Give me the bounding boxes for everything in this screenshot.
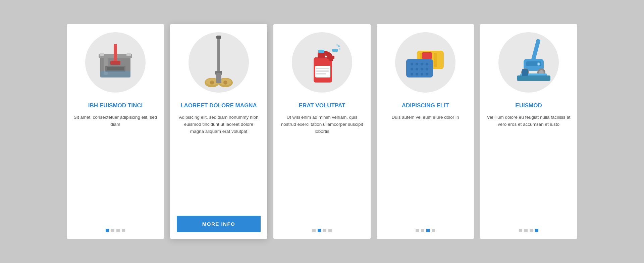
svg-point-18 xyxy=(210,81,214,85)
card-2-desc: Adipiscing elit, sed diam nonummy nibh e… xyxy=(177,114,261,206)
card-3-dots xyxy=(312,229,332,232)
svg-point-42 xyxy=(426,63,428,65)
svg-rect-26 xyxy=(327,56,334,59)
card-5-title: EUISMOD xyxy=(515,102,542,109)
card-1-desc: Sit amet, consectetuer adipiscing elit, … xyxy=(73,114,157,219)
card-4-dots xyxy=(416,229,435,232)
card-4-title: ADIPISCING ELIT xyxy=(402,102,449,109)
card-5-dots xyxy=(519,229,538,232)
svg-point-30 xyxy=(336,44,338,46)
dot xyxy=(519,229,522,232)
svg-point-41 xyxy=(421,63,423,65)
svg-rect-51 xyxy=(531,39,541,63)
svg-point-48 xyxy=(416,73,418,75)
svg-rect-5 xyxy=(114,44,117,62)
dot xyxy=(416,229,419,232)
dot-active xyxy=(318,229,321,232)
svg-point-62 xyxy=(538,63,540,65)
dot xyxy=(116,229,120,232)
svg-rect-27 xyxy=(332,49,338,52)
svg-point-45 xyxy=(421,68,423,70)
dot xyxy=(524,229,528,232)
svg-rect-24 xyxy=(316,73,326,74)
dot xyxy=(122,229,125,232)
dot xyxy=(421,229,424,232)
more-info-button[interactable]: MORE INFO xyxy=(177,216,261,232)
dot xyxy=(328,229,332,232)
bucket-icon xyxy=(94,44,137,81)
svg-rect-38 xyxy=(406,59,433,77)
svg-point-28 xyxy=(338,45,340,47)
svg-rect-2 xyxy=(100,53,104,56)
spray-icon xyxy=(304,39,340,86)
svg-point-19 xyxy=(223,81,227,85)
card-2-icon-circle xyxy=(189,32,249,93)
card-1-icon-circle xyxy=(85,32,146,93)
dot-active xyxy=(535,229,538,232)
card-3-title: ERAT VOLUTPAT xyxy=(299,102,345,109)
svg-point-29 xyxy=(339,48,340,50)
card-4-icon-circle xyxy=(395,32,455,93)
cards-container: IBH EUISMOD TINCI Sit amet, consectetuer… xyxy=(57,14,587,249)
card-4: ADIPISCING ELIT Duis autem vel eum iriur… xyxy=(377,24,474,239)
svg-rect-11 xyxy=(216,36,221,39)
dot-active xyxy=(106,229,109,232)
svg-rect-8 xyxy=(107,67,124,70)
svg-point-49 xyxy=(421,73,423,75)
svg-rect-36 xyxy=(434,53,437,67)
card-3-desc: Ut wisi enim ad minim veniam, quis nostr… xyxy=(280,114,364,219)
svg-rect-23 xyxy=(316,70,329,72)
svg-rect-60 xyxy=(522,69,528,76)
dot xyxy=(111,229,114,232)
card-5-icon-circle xyxy=(498,32,559,93)
card-3: ERAT VOLUTPAT Ut wisi enim ad minim veni… xyxy=(273,24,371,239)
svg-rect-17 xyxy=(216,73,221,83)
svg-point-46 xyxy=(426,68,428,70)
svg-point-39 xyxy=(411,63,413,65)
card-5: EUISMOD Vel illum dolore eu feugiat null… xyxy=(480,24,577,239)
svg-rect-37 xyxy=(422,52,432,59)
mop-icon xyxy=(202,36,235,89)
svg-point-43 xyxy=(411,68,413,70)
card-4-desc: Duis autem vel eum iriure dolor in xyxy=(391,114,459,219)
svg-rect-22 xyxy=(316,68,329,69)
svg-point-44 xyxy=(416,68,418,70)
dot xyxy=(312,229,316,232)
sponge-icon xyxy=(400,42,450,83)
svg-point-47 xyxy=(411,73,413,75)
svg-rect-10 xyxy=(217,36,220,72)
svg-rect-9 xyxy=(100,71,130,77)
svg-rect-59 xyxy=(517,75,550,81)
vacuum-icon xyxy=(505,37,552,88)
card-1-dots xyxy=(106,229,125,232)
card-2: LAOREET DOLORE MAGNA Adipiscing elit, se… xyxy=(170,24,267,239)
card-1: IBH EUISMOD TINCI Sit amet, consectetuer… xyxy=(67,24,164,239)
card-3-icon-circle xyxy=(292,32,352,93)
svg-rect-3 xyxy=(126,53,131,56)
dot xyxy=(530,229,533,232)
svg-point-50 xyxy=(426,73,428,75)
svg-rect-31 xyxy=(318,50,324,53)
card-1-title: IBH EUISMOD TINCI xyxy=(88,102,143,109)
dot xyxy=(323,229,326,232)
card-2-title: LAOREET DOLORE MAGNA xyxy=(180,102,257,109)
svg-rect-6 xyxy=(110,61,120,65)
card-5-desc: Vel illum dolore eu feugiat nulla facili… xyxy=(487,114,571,219)
dot xyxy=(432,229,435,232)
svg-point-40 xyxy=(416,63,418,65)
dot-active xyxy=(426,229,430,232)
